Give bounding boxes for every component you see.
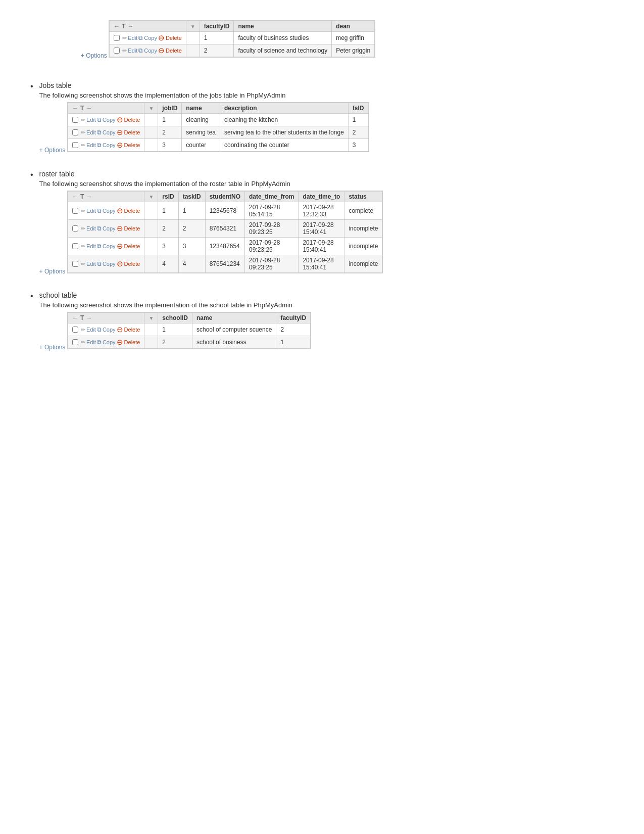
delete-button[interactable]: ⊖ Delete — [117, 338, 140, 347]
school-col-T: T — [80, 314, 84, 321]
delete-button[interactable]: ⊖ Delete — [117, 325, 140, 334]
school-options-link[interactable]: + Options — [39, 344, 66, 351]
delete-icon: ⊖ — [117, 259, 123, 268]
delete-button[interactable]: ⊖ Delete — [117, 224, 140, 233]
copy-button[interactable]: ⧉ Copy — [138, 34, 157, 41]
row-checkbox[interactable] — [72, 208, 78, 214]
row-checkbox[interactable] — [72, 261, 78, 267]
table-row: ✏ Edit ⧉ Copy ⊖ Delete 3 counter coordin… — [68, 139, 368, 152]
faculty-table: ← T → ▼ facultyID name dean ✏ Edit — [109, 21, 375, 57]
edit-button[interactable]: ✏ Edit — [81, 339, 96, 346]
row-checkbox[interactable] — [114, 48, 120, 54]
row-facultyid: 2 — [276, 323, 311, 336]
copy-button[interactable]: ⧉ Copy — [97, 129, 116, 136]
table-row: ✏ Edit ⧉ Copy ⊖ Delete 1 faculty of busi… — [110, 32, 375, 44]
faculty-col-sort: ▼ — [186, 21, 200, 32]
edit-button[interactable]: ✏ Edit — [81, 225, 96, 232]
row-actions: ✏ Edit ⧉ Copy ⊖ Delete — [68, 126, 144, 139]
delete-button[interactable]: ⊖ Delete — [158, 33, 182, 42]
edit-button[interactable]: ✏ Edit — [122, 35, 137, 41]
school-col-id: schoolID — [158, 313, 192, 323]
row-datefrom: 2017-09-2809:23:25 — [245, 255, 299, 273]
row-checkbox[interactable] — [72, 339, 78, 345]
jobs-section: • Jobs table The following screenshot sh… — [30, 81, 614, 156]
jobs-title: Jobs table — [39, 81, 614, 89]
row-sort — [144, 139, 158, 152]
row-id: 3 — [158, 139, 182, 152]
delete-button[interactable]: ⊖ Delete — [117, 206, 140, 215]
row-sort — [144, 114, 158, 126]
edit-button[interactable]: ✏ Edit — [81, 208, 96, 214]
edit-button[interactable]: ✏ Edit — [81, 129, 96, 136]
row-name: faculty of business studies — [234, 32, 332, 44]
delete-button[interactable]: ⊖ Delete — [117, 128, 140, 137]
table-row: ✏ Edit ⧉ Copy ⊖ Delete 1 1 12345678 2017… — [68, 202, 382, 220]
delete-button[interactable]: ⊖ Delete — [117, 115, 140, 124]
row-status: incomplete — [344, 220, 382, 238]
row-checkbox[interactable] — [72, 142, 78, 148]
edit-button[interactable]: ✏ Edit — [81, 261, 96, 267]
roster-options-link[interactable]: + Options — [39, 268, 66, 275]
edit-button[interactable]: ✏ Edit — [81, 142, 96, 149]
jobs-col-id: jobID — [158, 103, 182, 114]
edit-button[interactable]: ✏ Edit — [81, 327, 96, 333]
copy-icon: ⧉ — [138, 47, 143, 54]
copy-button[interactable]: ⧉ Copy — [97, 116, 116, 123]
row-checkbox[interactable] — [114, 35, 120, 41]
jobs-options-link[interactable]: + Options — [39, 147, 66, 154]
row-sort — [144, 126, 158, 139]
row-taskid: 3 — [178, 238, 205, 255]
roster-col-dateto: date_time_to — [299, 192, 344, 202]
delete-icon: ⊖ — [117, 325, 123, 334]
row-status: incomplete — [344, 238, 382, 255]
copy-button[interactable]: ⧉ Copy — [97, 142, 116, 149]
row-sort — [144, 323, 158, 336]
faculty-options-link[interactable]: + Options — [81, 52, 107, 59]
copy-button[interactable]: ⧉ Copy — [97, 260, 116, 267]
jobs-nav-left: ← — [72, 105, 78, 112]
edit-button[interactable]: ✏ Edit — [81, 117, 96, 123]
faculty-table-wrap: ← T → ▼ facultyID name dean ✏ Edit — [109, 20, 375, 58]
row-actions: ✏ Edit ⧉ Copy ⊖ Delete — [68, 139, 144, 152]
row-name: school of business — [192, 336, 276, 349]
row-checkbox[interactable] — [72, 129, 78, 135]
jobs-col-fsid: fsID — [348, 103, 368, 114]
copy-icon: ⧉ — [97, 260, 102, 267]
copy-icon: ⧉ — [97, 207, 102, 214]
table-row: ✏ Edit ⧉ Copy ⊖ Delete 2 serving tea ser… — [68, 126, 368, 139]
copy-button[interactable]: ⧉ Copy — [97, 326, 116, 333]
delete-button[interactable]: ⊖ Delete — [158, 46, 182, 55]
edit-button[interactable]: ✏ Edit — [122, 48, 137, 54]
row-checkbox[interactable] — [72, 243, 78, 249]
row-checkbox[interactable] — [72, 327, 78, 333]
jobs-bullet: • — [30, 82, 33, 91]
delete-button[interactable]: ⊖ Delete — [117, 242, 140, 251]
copy-button[interactable]: ⧉ Copy — [97, 207, 116, 214]
jobs-col-desc: description — [220, 103, 349, 114]
roster-col-rsid: rsID — [158, 192, 178, 202]
copy-button[interactable]: ⧉ Copy — [97, 339, 116, 346]
roster-bullet: • — [30, 170, 33, 179]
jobs-table: ← T → ▼ jobID name description fsID — [68, 103, 369, 152]
copy-button[interactable]: ⧉ Copy — [138, 47, 157, 54]
row-id: 2 — [200, 44, 234, 57]
row-sort — [144, 336, 158, 349]
edit-button[interactable]: ✏ Edit — [81, 243, 96, 250]
jobs-table-wrap: ← T → ▼ jobID name description fsID — [67, 102, 369, 152]
copy-button[interactable]: ⧉ Copy — [97, 225, 116, 232]
row-desc: serving tea to the other students in the… — [220, 126, 349, 139]
faculty-col-actions: ← T → — [110, 21, 186, 32]
row-sort — [186, 44, 200, 57]
delete-button[interactable]: ⊖ Delete — [117, 259, 140, 268]
row-name: counter — [182, 139, 220, 152]
pencil-icon: ✏ — [81, 243, 85, 250]
row-name: school of computer scuence — [192, 323, 276, 336]
copy-button[interactable]: ⧉ Copy — [97, 243, 116, 250]
row-checkbox[interactable] — [72, 225, 78, 231]
row-actions: ✏ Edit ⧉ Copy ⊖ Delete — [110, 44, 186, 57]
row-checkbox[interactable] — [72, 117, 78, 123]
row-dean: Peter griggin — [332, 44, 375, 57]
pencil-icon: ✏ — [81, 339, 85, 346]
delete-button[interactable]: ⊖ Delete — [117, 141, 140, 150]
copy-icon: ⧉ — [138, 34, 143, 41]
